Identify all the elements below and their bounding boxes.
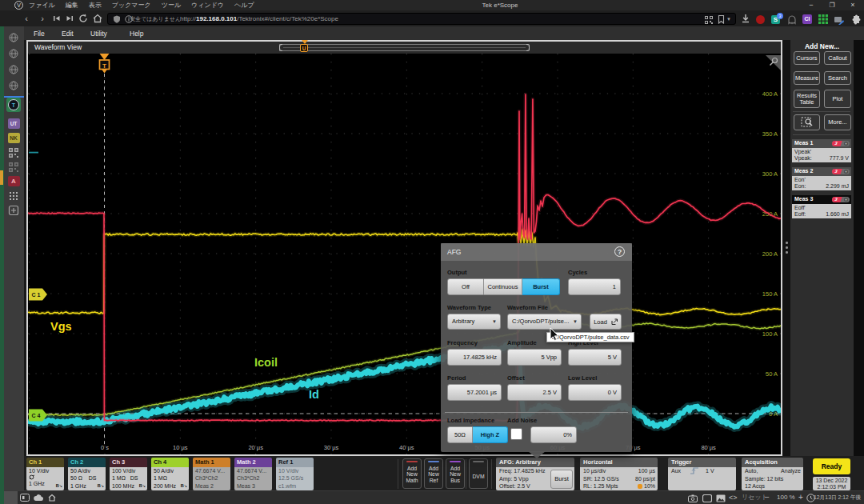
impedance-50ohm-button[interactable]: 50Ω: [447, 426, 473, 443]
channel-badge-ch3[interactable]: Ch 3100 V/div1 MΩ DS100 MHzB↘: [110, 458, 147, 490]
minimize-button[interactable]: −: [802, 0, 820, 10]
load-button[interactable]: Load: [590, 314, 622, 330]
offset-input[interactable]: 2.5 V: [507, 384, 562, 401]
add-new-ref-button[interactable]: Add New Ref: [424, 458, 443, 489]
dvm-button[interactable]: DVM: [469, 458, 488, 489]
maximize-button[interactable]: ❐: [823, 0, 841, 10]
back-icon[interactable]: ‹: [20, 12, 33, 25]
browser-menu-1[interactable]: 編集: [66, 1, 78, 10]
graticule[interactable]: 400 A350 A300 A250 A200 A150 A100 A50 A0…: [28, 54, 781, 454]
browser-menu-2[interactable]: 表示: [89, 1, 102, 10]
browser-menu-3[interactable]: ブックマーク: [112, 1, 151, 10]
low-level-input[interactable]: 0 V: [568, 384, 622, 401]
meas1-badge[interactable]: Meas 1 3+ Vpeak' Vpeak:777.9 V: [792, 139, 851, 162]
web-panel-globe-icon-1[interactable]: [6, 46, 21, 61]
close-button[interactable]: ×: [844, 0, 862, 10]
afg-burst-button[interactable]: Burst: [550, 470, 573, 489]
adblock-extension-icon[interactable]: [756, 15, 765, 24]
channel-badge-ch1[interactable]: Ch 110 V/div1 GHzB↘: [26, 458, 64, 490]
more-button[interactable]: More...: [824, 114, 851, 130]
meas2-badge[interactable]: Meas 2 3+ Eon' Eon:2.299 mJ: [792, 167, 851, 190]
browser-menu-6[interactable]: ヘルプ: [234, 1, 254, 10]
add-panel-icon[interactable]: [6, 203, 21, 218]
high-level-input[interactable]: 5 V: [568, 349, 622, 366]
puzzle-extension-icon[interactable]: [850, 14, 861, 25]
rewind-icon[interactable]: [50, 12, 63, 25]
dial-panel-icon[interactable]: [6, 189, 21, 203]
scope-menu-utility[interactable]: Utility: [90, 30, 107, 38]
output-burst-button[interactable]: Burst: [522, 278, 560, 295]
status-home-icon[interactable]: [47, 493, 57, 502]
measure-button[interactable]: Measure: [794, 71, 820, 85]
address-bar[interactable]: 安全ではありません http://192.168.0.101/Tektronix…: [107, 13, 736, 25]
panel-toggle-icon[interactable]: [20, 494, 30, 502]
scope-menu-help[interactable]: Help: [130, 30, 143, 38]
sync-cloud-icon[interactable]: [33, 494, 44, 502]
web-panel-globe-icon-3[interactable]: [6, 78, 21, 93]
panel-splitter[interactable]: [782, 40, 790, 482]
page-actions-icon[interactable]: [716, 494, 726, 502]
overview-left-bracket[interactable]: [279, 44, 282, 51]
ut-panel-icon[interactable]: UT: [6, 117, 21, 131]
channel-badge-math1[interactable]: Math 147.6674 V...Ch3*Ch2Meas 2: [193, 458, 230, 490]
add-new-math-button[interactable]: Add New Math: [402, 458, 422, 489]
zoom-out-button[interactable]: −: [765, 491, 770, 504]
browser-menu-0[interactable]: ファイル: [29, 1, 55, 10]
print-extension-icon[interactable]: [834, 14, 844, 25]
search-button[interactable]: Search: [824, 71, 851, 85]
afg-dialog-header[interactable]: AFG: [441, 243, 632, 261]
add-new-bus-button[interactable]: Add New Bus: [446, 458, 465, 489]
callout-button[interactable]: Callout: [824, 51, 851, 65]
zoom-in-button[interactable]: +: [798, 491, 803, 504]
bookmark-dropdown-icon[interactable]: ▼: [726, 14, 731, 25]
results-table-button[interactable]: Results Table: [794, 90, 820, 108]
home-icon[interactable]: [91, 12, 104, 25]
cycles-input[interactable]: 1: [568, 278, 621, 295]
overview-right-bracket[interactable]: [526, 44, 530, 51]
web-panel-globe-icon-2[interactable]: [6, 62, 21, 77]
vivaldi-logo-icon[interactable]: V: [14, 1, 23, 10]
reload-icon[interactable]: [77, 12, 90, 25]
grid-extension-icon[interactable]: [818, 14, 828, 24]
qr-panel-icon-2[interactable]: 18">: [6, 160, 21, 174]
zoom-mode-button[interactable]: [794, 114, 820, 130]
horizontal-badge[interactable]: Horizontal 10 µs/div100 µs SR: 12.5 GS/s…: [580, 458, 658, 490]
output-continuous-button[interactable]: Continuous: [484, 278, 522, 295]
frequency-input[interactable]: 17.4825 kHz: [447, 349, 502, 366]
bookmark-icon[interactable]: [718, 15, 725, 24]
help-icon[interactable]: ?: [614, 246, 625, 257]
output-off-button[interactable]: Off: [447, 278, 484, 295]
qr-code-icon[interactable]: [705, 16, 713, 24]
add-noise-checkbox[interactable]: [510, 428, 522, 440]
code-icon[interactable]: <>: [729, 491, 738, 504]
channel-badge-ch2[interactable]: Ch 250 A/div50 Ω DS1 GHzB↘: [68, 458, 106, 490]
period-input[interactable]: 57.2001 µs: [447, 384, 502, 401]
cursors-button[interactable]: Cursors: [794, 51, 820, 65]
noise-percent-input[interactable]: 0%: [530, 426, 577, 443]
trigger-badge[interactable]: Trigger Aux 1 V: [668, 458, 736, 490]
browser-menu-5[interactable]: ウィンドウ: [191, 1, 224, 10]
scope-menu-edit[interactable]: Edit: [62, 30, 74, 38]
channel-badge-ref1[interactable]: Ref 110 V/div12.5 GS/sc1.wfm: [276, 458, 314, 490]
zoom-reset-button[interactable]: リセット: [742, 491, 768, 504]
afg-badge[interactable]: AFG: Arbitrary Freq: 17.4825 kHz Amp: 5 …: [496, 458, 574, 490]
waveform-file-dropdown[interactable]: C:/QorvoDPT/pulse...▼: [507, 314, 582, 330]
qr-panel-icon[interactable]: [6, 146, 21, 160]
channel-badge-ch4[interactable]: Ch 450 A/div1 MΩ200 MHzB↘: [151, 458, 189, 490]
browser-menu-4[interactable]: ツール: [162, 1, 181, 10]
web-panel-globe-icon-0[interactable]: [6, 30, 21, 45]
horizontal-overview-slider[interactable]: U: [279, 44, 530, 51]
channel-marker-c1[interactable]: C 1: [29, 289, 47, 301]
scope-menu-file[interactable]: File: [34, 30, 45, 38]
amplitude-input[interactable]: 5 Vpp: [507, 349, 562, 366]
a-panel-icon[interactable]: A: [6, 174, 21, 189]
scope-panel-icon[interactable]: T: [6, 98, 21, 112]
tiling-icon[interactable]: [702, 494, 712, 502]
office-extension-icon[interactable]: Cl: [802, 14, 812, 24]
capture-page-icon[interactable]: [688, 494, 698, 502]
ghost-extension-icon[interactable]: [787, 15, 797, 25]
downloads-icon[interactable]: [739, 12, 752, 25]
nk-panel-icon[interactable]: NK: [6, 131, 21, 146]
trigger-position-marker[interactable]: T: [100, 54, 110, 74]
forward-icon[interactable]: ›: [36, 12, 49, 25]
